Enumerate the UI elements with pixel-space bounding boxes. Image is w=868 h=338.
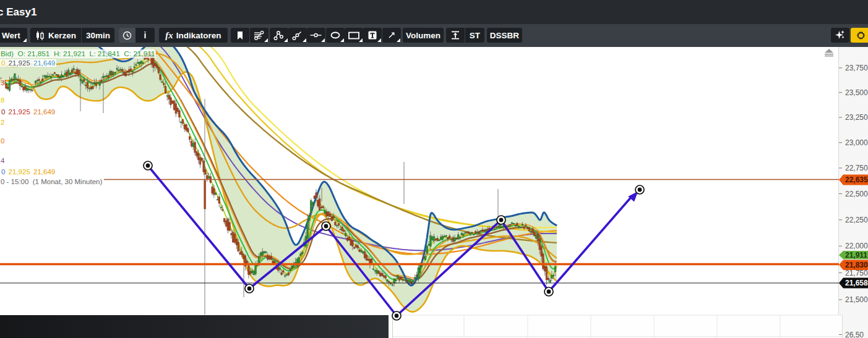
svg-text:22,250: 22,250 bbox=[845, 216, 868, 224]
svg-text:21,658: 21,658 bbox=[845, 279, 868, 287]
svg-text:21,911: 21,911 bbox=[845, 251, 867, 260]
svg-text:23,250: 23,250 bbox=[845, 113, 868, 122]
svg-text:22,750: 22,750 bbox=[845, 164, 868, 172]
svg-text:21,500: 21,500 bbox=[845, 295, 868, 304]
svg-text:22,000: 22,000 bbox=[845, 242, 868, 250]
svg-text:23,750: 23,750 bbox=[845, 64, 868, 72]
svg-text:26,50: 26,50 bbox=[845, 331, 864, 338]
svg-text:23,000: 23,000 bbox=[845, 138, 868, 147]
svg-text:22,635: 22,635 bbox=[845, 175, 868, 184]
svg-text:22,500: 22,500 bbox=[845, 190, 868, 198]
svg-text:23,500: 23,500 bbox=[845, 88, 868, 97]
svg-text:21,830: 21,830 bbox=[845, 261, 868, 269]
